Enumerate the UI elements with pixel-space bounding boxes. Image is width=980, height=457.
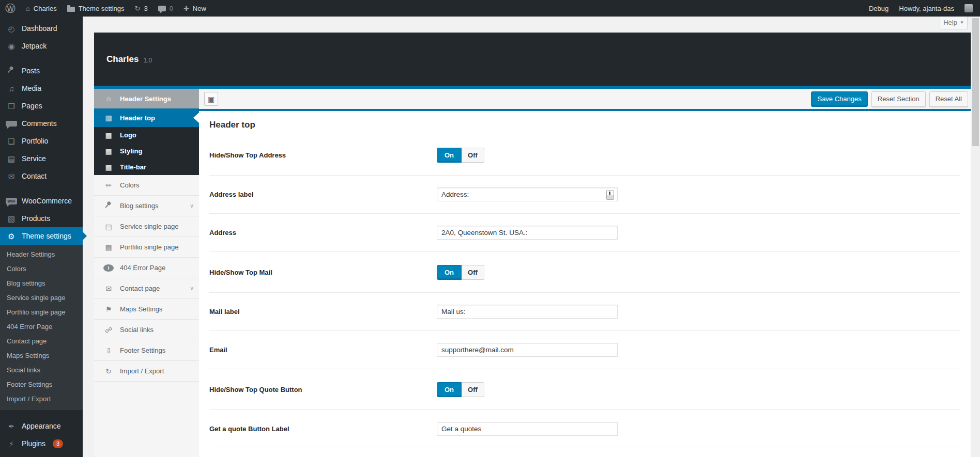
- panel-tab-label: Import / Export: [120, 367, 164, 375]
- submenu-item-header-settings[interactable]: Header Settings: [0, 247, 83, 262]
- panel-tab-footer-settings[interactable]: ⇩Footer Settings: [94, 340, 199, 361]
- panel-tab-header-settings[interactable]: ⌂Header Settings: [94, 89, 199, 108]
- panel-title: Charles: [106, 54, 139, 65]
- field-control: [437, 343, 960, 357]
- panel-tab-styling[interactable]: ▦Styling: [94, 143, 199, 159]
- input-email[interactable]: [437, 343, 618, 357]
- sidebar-item-appearance[interactable]: ✒Appearance: [0, 417, 83, 435]
- toggle-on-button[interactable]: On: [437, 382, 462, 397]
- panel-tab-label: Logo: [120, 131, 136, 139]
- toggle-on-button[interactable]: On: [437, 265, 462, 280]
- toggle-off-button[interactable]: Off: [462, 148, 484, 163]
- admin-bar-item-updates-count[interactable]: ↻3: [130, 0, 153, 17]
- field-label: Hide/Show Top Quote Button: [209, 386, 437, 393]
- sidebar-item-products[interactable]: ▧Products: [0, 210, 83, 227]
- sidebar-item-label: Products: [22, 214, 50, 223]
- panel-tab-title-bar[interactable]: ▦Title-bar: [94, 159, 199, 175]
- input-get-a-quote-button-label[interactable]: [437, 422, 618, 436]
- comments-icon: [6, 121, 17, 127]
- toggle-on-button[interactable]: On: [437, 148, 462, 163]
- reset-section-button[interactable]: Reset Section: [871, 91, 926, 107]
- submenu-item-blog-settings[interactable]: Blog settings: [0, 276, 83, 291]
- panel-tab-label: Contact page: [120, 285, 160, 292]
- admin-bar-left: Ⓦ⌂CharlesTheme settings↻30✚New: [0, 0, 211, 17]
- admin-bar-item-howdy[interactable]: Howdy, ajanta-das: [894, 0, 959, 17]
- admin-bar-item-wordpress-logo[interactable]: Ⓦ: [0, 0, 21, 17]
- admin-bar-item-debug[interactable]: Debug: [864, 0, 894, 17]
- toggle-off-button[interactable]: Off: [462, 382, 484, 397]
- panel-tab-blog-settings[interactable]: Blog settings∨: [94, 196, 199, 216]
- update-icon: ↻: [135, 5, 141, 12]
- sidebar-item-label: WooCommerce: [22, 197, 72, 205]
- panel-tab-maps-settings[interactable]: ⚑Maps Settings: [94, 299, 199, 320]
- sidebar-item-woocommerce[interactable]: WooCommerce: [0, 192, 83, 210]
- sidebar-item-comments[interactable]: Comments: [0, 115, 83, 132]
- help-tab[interactable]: Help ▼: [940, 16, 968, 29]
- products-icon: ▧: [6, 215, 17, 223]
- submenu-item-import-export[interactable]: Import / Export: [0, 392, 83, 406]
- submenu-item-maps-settings[interactable]: Maps Settings: [0, 349, 83, 363]
- sidebar-item-theme-settings[interactable]: ⚙Theme settings: [0, 227, 83, 245]
- input-wrap: [437, 305, 618, 319]
- admin-bar-item-theme-settings-shortcut[interactable]: Theme settings: [62, 0, 130, 17]
- panel-tab-header-top[interactable]: ▦Header top: [94, 108, 199, 127]
- admin-bar-item-new-content[interactable]: ✚New: [178, 0, 211, 17]
- pushpin-icon: [102, 199, 115, 212]
- fields-list: Hide/Show Top AddressOnOffAddress labelA…: [209, 135, 960, 448]
- panel-sidebar: ⌂Header Settings▦Header top▦Logo▦Styling…: [94, 89, 199, 457]
- submenu-item-service-single-page[interactable]: Service single page: [0, 291, 83, 305]
- field-control: OnOff: [437, 265, 960, 280]
- submenu-item-404-error-page[interactable]: 404 Error Page: [0, 320, 83, 334]
- sidebar-item-plugins[interactable]: ⚡Plugins3: [0, 435, 83, 452]
- sidebar-item-portfolio[interactable]: ❑Portfolio: [0, 132, 83, 150]
- submenu-item-footer-settings[interactable]: Footer Settings: [0, 377, 83, 392]
- pushpin-icon: [5, 64, 18, 77]
- admin-bar-item-site-name[interactable]: ⌂Charles: [21, 0, 62, 17]
- field-control: OnOff: [437, 148, 960, 163]
- field-label: Hide/Show Top Mail: [209, 269, 437, 276]
- toggle-off-button[interactable]: Off: [462, 265, 484, 280]
- submenu-item-portfilio-single-page[interactable]: Portfilio single page: [0, 305, 83, 320]
- sidebar-item-service[interactable]: ▤Service: [0, 150, 83, 167]
- expand-options-button[interactable]: ▣: [204, 92, 218, 106]
- panel-tab-logo[interactable]: ▦Logo: [94, 127, 199, 143]
- panel-tab-404-error-page[interactable]: 404 Error Page: [94, 258, 199, 278]
- admin-bar-item-user-avatar[interactable]: [959, 0, 978, 17]
- field-control: [437, 305, 960, 319]
- submenu-item-contact-page[interactable]: Contact page: [0, 334, 83, 349]
- input-address[interactable]: [437, 226, 618, 240]
- admin-bar-item-label: Theme settings: [79, 5, 125, 12]
- submenu-item-social-links[interactable]: Social links: [0, 363, 83, 377]
- admin-bar-item-comments-count[interactable]: 0: [153, 0, 178, 17]
- panel-tab-contact-page[interactable]: ✉Contact page∨: [94, 278, 199, 299]
- sidebar-item-pages[interactable]: ❐Pages: [0, 97, 83, 115]
- grid-icon: ▦: [103, 148, 114, 155]
- panel-tab-social-links[interactable]: ☍Social links: [94, 320, 199, 340]
- submenu-item-colors[interactable]: Colors: [0, 262, 83, 276]
- field-row: Mail label: [209, 293, 960, 331]
- share-icon: ☍: [103, 326, 114, 334]
- toggle-hide-show-top-mail: OnOff: [437, 265, 484, 280]
- panel-tab-portfilio-single-page[interactable]: ▤Portfilio single page: [94, 237, 199, 258]
- panel-tab-import-export[interactable]: ↻Import / Export: [94, 361, 199, 382]
- sidebar-item-jetpack[interactable]: ◉Jetpack: [0, 37, 83, 55]
- sidebar-item-contact[interactable]: ✉Contact: [0, 167, 83, 185]
- admin-bar-right: DebugHowdy, ajanta-das: [864, 0, 980, 17]
- panel-tab-colors[interactable]: ✏Colors: [94, 175, 199, 196]
- input-mail-label[interactable]: [437, 305, 618, 319]
- sidebar-item-media[interactable]: ♫Media: [0, 80, 83, 97]
- sidebar-item-label: Jetpack: [22, 42, 47, 50]
- sidebar-item-posts[interactable]: Posts: [0, 62, 83, 80]
- field-label: Address: [209, 229, 437, 237]
- document-icon: ▤: [103, 244, 114, 251]
- reset-all-button[interactable]: Reset All: [929, 91, 968, 107]
- scrollbar-thumb[interactable]: [972, 18, 979, 146]
- chevron-down-icon: ∨: [190, 285, 194, 292]
- save-changes-button[interactable]: Save Changes: [811, 91, 867, 107]
- panel-tab-service-single-page[interactable]: ▤Service single page: [94, 216, 199, 237]
- input-address-label[interactable]: [437, 187, 618, 201]
- vertical-scrollbar[interactable]: [971, 17, 980, 457]
- panel-toolbar: ▣ Save ChangesReset SectionReset All: [199, 89, 971, 111]
- sidebar-item-dashboard[interactable]: ◴Dashboard: [0, 20, 83, 37]
- field-row: Get a quote Button Label: [209, 410, 960, 448]
